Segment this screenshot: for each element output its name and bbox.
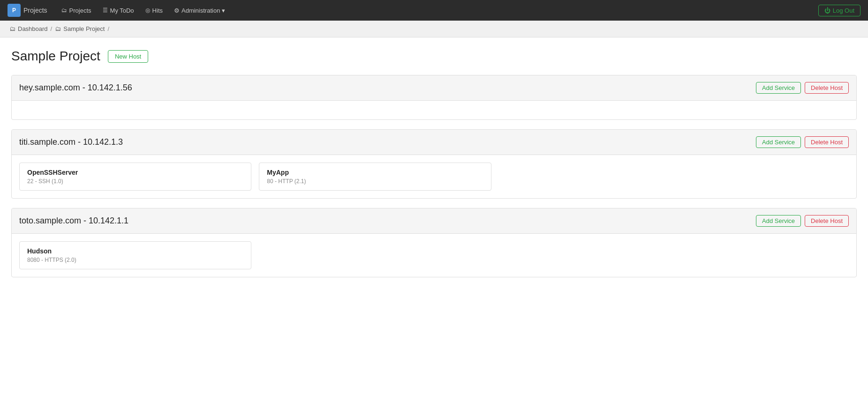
logout-button[interactable]: ⏻ Log Out [818, 5, 860, 16]
host-title-0: hey.sample.com - 10.142.1.56 [19, 83, 132, 93]
nav-dropdown-administration[interactable]: ⚙ Administration ▾ [169, 5, 230, 16]
list-icon: ☰ [103, 7, 108, 14]
add-service-button-2[interactable]: Add Service [756, 215, 801, 227]
nav-item-hits-label: Hits [152, 7, 163, 14]
breadcrumb-sample-project-label: Sample Project [63, 25, 105, 32]
service-detail-1-1: 80 - HTTP (2.1) [267, 178, 483, 185]
breadcrumb-sep-2: / [107, 25, 109, 32]
host-body-0 [12, 101, 856, 119]
brand-label: Projects [23, 7, 47, 14]
nav-items: 🗂 Projects ☰ My ToDo ◎ Hits ⚙ Administra… [57, 5, 818, 16]
navbar-brand[interactable]: P Projects [8, 4, 47, 17]
service-card-1-0: OpenSSHServer22 - SSH (1.0) [19, 163, 251, 191]
service-name-1-0: OpenSSHServer [27, 169, 243, 176]
breadcrumb-dashboard[interactable]: 🗂 Dashboard [9, 25, 48, 32]
host-actions-0: Add ServiceDelete Host [756, 82, 849, 94]
chevron-down-icon: ▾ [222, 7, 225, 14]
gear-icon: ⚙ [174, 7, 180, 14]
hits-icon: ◎ [145, 7, 150, 14]
brand-icon: P [8, 4, 21, 17]
service-card-1-1: MyApp80 - HTTP (2.1) [259, 163, 491, 191]
host-body-1: OpenSSHServer22 - SSH (1.0)MyApp80 - HTT… [12, 155, 856, 198]
nav-dropdown-label: Administration [181, 7, 220, 14]
navbar: P Projects 🗂 Projects ☰ My ToDo ◎ Hits ⚙… [0, 0, 868, 21]
service-detail-1-0: 22 - SSH (1.0) [27, 178, 243, 185]
sample-project-icon: 🗂 [55, 25, 61, 32]
host-title-2: toto.sample.com - 10.142.1.1 [19, 216, 128, 226]
delete-host-button-2[interactable]: Delete Host [805, 215, 849, 227]
host-body-2: Hudson8080 - HTTPS (2.0) [12, 234, 856, 277]
new-host-button[interactable]: New Host [108, 50, 148, 63]
host-card-1: titi.sample.com - 10.142.1.3Add ServiceD… [11, 129, 857, 199]
breadcrumb-sample-project[interactable]: 🗂 Sample Project [55, 25, 105, 32]
projects-icon: 🗂 [61, 7, 67, 14]
main-content: Sample Project New Host hey.sample.com -… [0, 37, 868, 298]
delete-host-button-0[interactable]: Delete Host [805, 82, 849, 94]
host-card-0: hey.sample.com - 10.142.1.56Add ServiceD… [11, 75, 857, 120]
service-name-2-0: Hudson [27, 247, 243, 255]
host-header-2: toto.sample.com - 10.142.1.1Add ServiceD… [12, 208, 856, 234]
add-service-button-0[interactable]: Add Service [756, 82, 801, 94]
service-detail-2-0: 8080 - HTTPS (2.0) [27, 257, 243, 263]
add-service-button-1[interactable]: Add Service [756, 136, 801, 148]
nav-item-projects[interactable]: 🗂 Projects [57, 5, 96, 16]
host-actions-2: Add ServiceDelete Host [756, 215, 849, 227]
host-header-0: hey.sample.com - 10.142.1.56Add ServiceD… [12, 75, 856, 101]
host-card-2: toto.sample.com - 10.142.1.1Add ServiceD… [11, 208, 857, 277]
nav-item-mytodo[interactable]: ☰ My ToDo [98, 5, 139, 16]
host-actions-1: Add ServiceDelete Host [756, 136, 849, 148]
nav-item-projects-label: Projects [69, 7, 91, 14]
service-name-1-1: MyApp [267, 169, 483, 176]
page-title: Sample Project [11, 49, 100, 64]
breadcrumb-sep-1: / [51, 25, 53, 32]
breadcrumb: 🗂 Dashboard / 🗂 Sample Project / [0, 21, 868, 37]
page-title-row: Sample Project New Host [11, 49, 857, 64]
nav-item-hits[interactable]: ◎ Hits [141, 5, 167, 16]
logout-label: Log Out [833, 7, 854, 14]
dashboard-icon: 🗂 [9, 25, 15, 32]
host-title-1: titi.sample.com - 10.142.1.3 [19, 137, 123, 147]
nav-item-mytodo-label: My ToDo [110, 7, 134, 14]
service-card-2-0: Hudson8080 - HTTPS (2.0) [19, 241, 251, 269]
hosts-container: hey.sample.com - 10.142.1.56Add ServiceD… [11, 75, 857, 277]
delete-host-button-1[interactable]: Delete Host [805, 136, 849, 148]
logout-icon: ⏻ [824, 7, 830, 14]
host-header-1: titi.sample.com - 10.142.1.3Add ServiceD… [12, 130, 856, 155]
breadcrumb-dashboard-label: Dashboard [18, 25, 48, 32]
